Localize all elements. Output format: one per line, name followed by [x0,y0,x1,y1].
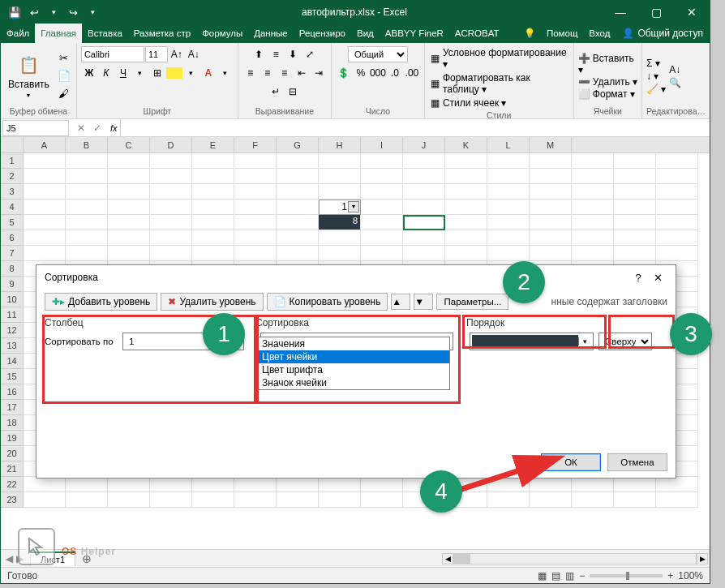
align-right-icon[interactable]: ≡ [277,65,293,81]
tab-review[interactable]: Рецензиро [294,24,351,43]
align-left-icon[interactable]: ≡ [242,65,259,81]
scroll-left-icon[interactable]: ◀ [442,553,453,564]
ok-button[interactable]: ОК [541,453,601,471]
dec-decimal-icon[interactable]: .00 [404,65,420,81]
tab-tellme[interactable]: Помощ [541,24,583,43]
tab-data[interactable]: Данные [248,24,294,43]
maximize-button[interactable]: ▢ [638,1,674,24]
zoom-out-icon[interactable]: − [579,570,585,582]
percent-icon[interactable]: % [353,65,369,81]
enter-formula-icon[interactable]: ✓ [90,122,105,134]
underline-more-icon[interactable]: ▾ [132,65,148,81]
formula-input[interactable] [120,119,710,136]
zoom-controls[interactable]: ▦ ▤ ▥ − + 100% [538,570,703,582]
fill-icon[interactable]: ↓ ▾ [646,71,666,82]
conditional-formatting-button[interactable]: ▦Условное форматирование ▾ [429,46,569,71]
indent-dec-icon[interactable]: ⇤ [294,65,310,81]
font-size-combo[interactable] [145,46,168,62]
cell-h4[interactable]: 1 ▾ [319,200,361,215]
has-headers-checkbox[interactable]: нные содержат загoловки [551,296,667,307]
dialog-help-button[interactable]: ? [628,272,648,284]
format-painter-icon[interactable]: 🖌 [56,86,72,102]
delete-cells-button[interactable]: ➖ Удалить ▾ [578,76,638,88]
qat-customize-icon[interactable]: ▾ [84,3,101,21]
move-up-button[interactable]: ▲ [391,294,410,310]
dialog-close-button[interactable]: ✕ [648,272,667,284]
tab-layout[interactable]: Разметка стр [128,24,196,43]
format-cells-button[interactable]: ⬜ Формат ▾ [578,88,638,100]
copy-icon[interactable]: 📄 [56,68,72,84]
font-name-combo[interactable] [81,46,144,62]
sort-filter-icon[interactable]: A↓ [669,64,681,75]
h-scrollbar[interactable]: ◀ ▶ [98,553,710,564]
copy-level-button[interactable]: 📄Копировать уровень [267,293,388,311]
select-all-corner[interactable] [1,137,24,153]
option-cell-icon[interactable]: Значок ячейки [258,376,449,389]
name-box[interactable]: J5 [2,120,69,136]
close-button[interactable]: ✕ [674,1,710,24]
align-middle-icon[interactable]: ≡ [268,46,284,62]
view-normal-icon[interactable]: ▦ [538,570,547,582]
active-cell-j5[interactable] [403,215,445,230]
sort-direction-combo[interactable]: Сверху [598,333,652,350]
currency-icon[interactable]: 💲 [336,65,352,81]
align-top-icon[interactable]: ⬆ [251,46,267,62]
font-color-icon[interactable]: A [200,65,217,81]
tab-view[interactable]: Вид [351,24,380,43]
grow-font-icon[interactable]: A↑ [169,46,185,62]
move-down-button[interactable]: ▼ [414,294,433,310]
sort-color-combo[interactable]: ▾ [470,333,594,350]
tab-acrobat[interactable]: ACROBAT [449,24,505,43]
option-cell-color[interactable]: Цвет ячейки [258,350,449,363]
align-bottom-icon[interactable]: ⬇ [285,46,301,62]
shrink-font-icon[interactable]: A↓ [186,46,202,62]
insert-cells-button[interactable]: ➕ Вставить ▾ [578,53,638,75]
fill-color-icon[interactable] [166,67,182,79]
merge-icon[interactable]: ⊟ [285,84,301,100]
tab-signin[interactable]: Вход [583,24,616,43]
fill-more-icon[interactable]: ▾ [183,65,199,81]
find-select-icon[interactable]: 🔍 [669,77,681,88]
zoom-in-icon[interactable]: + [667,570,673,582]
format-as-table-button[interactable]: ▦Форматировать как таблицу ▾ [429,71,569,96]
inc-decimal-icon[interactable]: .0 [387,65,403,81]
fx-icon[interactable]: fx [108,123,120,133]
view-break-icon[interactable]: ▥ [565,570,574,582]
undo-more-icon[interactable]: ▾ [45,3,62,21]
option-font-color[interactable]: Цвет шрифта [258,363,449,376]
tab-insert[interactable]: Вставка [82,24,128,43]
indent-inc-icon[interactable]: ⇥ [311,65,327,81]
italic-button[interactable]: К [98,65,114,81]
delete-level-button[interactable]: ✖Удалить уровень [161,293,263,311]
autosum-icon[interactable]: Σ ▾ [646,58,666,69]
underline-button[interactable]: Ч [115,65,131,81]
view-layout-icon[interactable]: ▤ [551,570,560,582]
column-headers[interactable]: ABCDEFGHIJKLM [24,137,710,153]
cut-icon[interactable]: ✂ [56,50,72,67]
filter-dropdown-icon[interactable]: ▾ [348,201,359,212]
cell-styles-button[interactable]: ▦Стили ячеек ▾ [429,97,569,109]
tab-file[interactable]: Файл [1,24,35,43]
paste-button[interactable]: 📋 Вставить ▾ [5,51,53,101]
align-center-icon[interactable]: ≡ [260,65,276,81]
tab-abbyy[interactable]: ABBYY FineR [380,24,449,43]
save-icon[interactable]: 💾 [6,3,24,21]
clear-icon[interactable]: 🧹 ▾ [646,84,666,95]
tab-formulas[interactable]: Формулы [196,24,248,43]
number-format-combo[interactable]: Общий [348,46,408,62]
sort-options-button[interactable]: Параметры... [436,294,508,310]
cancel-formula-icon[interactable]: ✕ [74,122,88,134]
sort-on-dropdown[interactable]: Значения Цвет ячейки Цвет шрифта Значок … [257,337,450,390]
zoom-percent[interactable]: 100% [678,570,703,582]
cancel-button[interactable]: Отмена [607,453,667,471]
redo-icon[interactable]: ↪ [64,3,82,21]
comma-icon[interactable]: 000 [370,65,386,81]
add-level-button[interactable]: ✚▸Добавить уровень [45,293,157,311]
zoom-slider[interactable] [590,574,663,577]
tab-home[interactable]: Главная [35,24,82,43]
option-values[interactable]: Значения [258,337,449,350]
minimize-button[interactable]: — [603,1,638,24]
wrap-text-icon[interactable]: ↵ [268,84,284,100]
row-headers[interactable]: 1234567891011121314151617181920212223 [1,153,24,508]
scroll-right-icon[interactable]: ▶ [697,553,708,564]
